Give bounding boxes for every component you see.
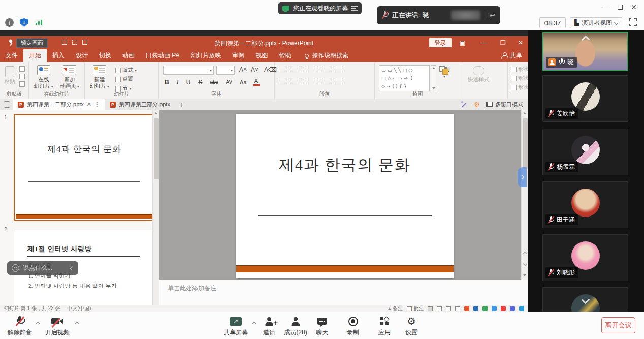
audio-options-chevron[interactable] (36, 322, 40, 326)
font-name-input[interactable]: ▾ (163, 66, 214, 75)
reading-view-icon[interactable] (446, 306, 451, 311)
quick-styles-button[interactable]: 快速样式 (465, 66, 492, 83)
tell-me-search[interactable]: 操作说明搜索 (305, 49, 348, 62)
online-slides-button[interactable]: 在线 幻灯片 ▾ (33, 65, 54, 89)
taskbar-icon[interactable] (492, 306, 497, 311)
reset-button[interactable]: 重置 (115, 76, 133, 83)
bold-button[interactable]: B (163, 79, 171, 86)
chat-placeholder[interactable]: 说点什么... (23, 264, 63, 272)
sign-in-button[interactable]: 登录 (429, 38, 452, 47)
increase-indent-icon[interactable] (313, 67, 319, 72)
participant-tile[interactable]: 田子涵 (542, 181, 628, 228)
slideshow-view-icon[interactable] (455, 306, 460, 311)
decrease-font-icon[interactable]: A˅ (249, 66, 260, 73)
close-button[interactable]: ✕ (631, 3, 637, 11)
layout-button[interactable]: 版式▾ (115, 67, 137, 74)
taskbar-icon[interactable] (464, 306, 469, 311)
doc-tab-more-icon[interactable]: ⋮ (94, 101, 100, 108)
underline-button[interactable]: U (185, 79, 192, 86)
collapse-tiles-icon[interactable] (581, 36, 590, 44)
start-video-button[interactable]: 开启视频 (42, 316, 73, 337)
tab-slideshow[interactable]: 幻灯片放映 (185, 49, 227, 62)
paste-button[interactable]: 粘贴 (2, 66, 17, 85)
thumbnail-scrollbar[interactable] (152, 110, 159, 305)
notes-toggle-button[interactable]: 备注 (388, 305, 403, 312)
editor-scrollbar[interactable] (521, 110, 528, 280)
settings-button[interactable]: ⚙ 设置 (398, 316, 425, 337)
watching-screen-banner[interactable]: 您正在观看晓的屏幕 (278, 2, 362, 14)
doc-tab-2[interactable]: P 第四课第三部分.pptx (105, 99, 175, 110)
bullets-icon[interactable] (280, 67, 286, 72)
network-signal-icon[interactable] (35, 19, 43, 26)
line-spacing-icon[interactable] (325, 67, 331, 72)
tab-review[interactable]: 审阅 (227, 49, 250, 62)
ppt-minimize-button[interactable]: — (481, 39, 488, 46)
magic-wand-icon[interactable] (461, 101, 468, 108)
ppt-restore-button[interactable]: ❐ (500, 39, 506, 46)
share-screen-button[interactable]: ↗ 共享屏幕 (221, 316, 250, 337)
tab-design[interactable]: 设计 (70, 49, 93, 62)
smartart-convert-icon[interactable] (336, 79, 342, 84)
record-button[interactable]: 录制 (339, 316, 367, 337)
character-spacing-button[interactable]: AV (224, 79, 234, 85)
ribbon-display-options-icon[interactable]: ▣ (460, 39, 465, 46)
share-options-chevron[interactable] (252, 322, 256, 326)
scroll-down-icon[interactable] (523, 274, 526, 276)
tab-home[interactable]: 开始 (23, 49, 47, 62)
next-slide-icon[interactable] (523, 262, 527, 266)
fullscreen-button[interactable] (629, 18, 637, 26)
change-case-button[interactable]: Aa (238, 79, 248, 85)
multi-window-mode-button[interactable]: 多窗口模式 (486, 101, 523, 108)
video-options-chevron[interactable] (75, 322, 79, 326)
chat-button[interactable]: 聊天 (310, 316, 334, 337)
ppt-share-button[interactable]: 共享 (501, 49, 522, 62)
doc-tab-close-icon[interactable]: ✕ (87, 101, 91, 108)
scroll-up-icon[interactable] (523, 112, 526, 114)
apps-button[interactable]: 应用 (371, 316, 398, 337)
previous-slide-icon[interactable] (523, 252, 527, 256)
participant-tile[interactable]: 杨孟霖 (542, 129, 628, 175)
security-shield-icon[interactable]: + (20, 18, 28, 27)
tab-pocket-animation[interactable]: 口袋动画 PA (140, 49, 185, 62)
info-icon[interactable]: i (5, 18, 14, 27)
participant-tile-partial[interactable] (542, 287, 628, 312)
new-animation-page-button[interactable]: 新加 动画页 ▾ (58, 65, 81, 89)
italic-button[interactable]: I (175, 78, 180, 86)
tab-transitions[interactable]: 切换 (93, 49, 117, 62)
doc-tabs-home-icon[interactable] (0, 99, 13, 110)
cut-icon[interactable] (19, 66, 25, 72)
current-slide-canvas[interactable]: 제4과 한국의 문화 (236, 114, 454, 278)
align-left-icon[interactable] (280, 79, 286, 84)
copy-icon[interactable] (19, 74, 25, 79)
view-mode-selector[interactable]: ▙ 演讲者视图 (570, 17, 622, 28)
new-doc-tab-button[interactable]: + (175, 99, 188, 110)
numbering-icon[interactable] (291, 67, 297, 72)
chat-quick-input[interactable]: 说点什么... (7, 261, 78, 275)
settings-gear-icon[interactable]: ⚙ (474, 101, 480, 108)
taskbar-icon[interactable] (473, 306, 478, 311)
emoji-icon[interactable] (12, 264, 19, 272)
editor-scrollbar-thumb[interactable] (523, 118, 528, 169)
font-size-input[interactable]: ▾ (216, 66, 235, 75)
shapes-gallery-scrollbar[interactable] (431, 65, 436, 91)
undo-icon[interactable] (72, 40, 77, 45)
leave-meeting-button[interactable]: 离开会议 (601, 317, 635, 333)
banner-menu-icon[interactable] (351, 6, 358, 11)
comments-toggle-button[interactable]: 批注 (407, 305, 424, 312)
shapes-gallery[interactable]: ▭▭╲╲□○▢△⌐¬⇨⇩◇~(){} (379, 65, 430, 91)
format-painter-icon[interactable] (19, 81, 25, 87)
members-button[interactable]: 成员(28) (280, 316, 311, 337)
participant-tile[interactable]: 姜欣怡 (542, 75, 628, 122)
normal-view-icon[interactable] (428, 306, 433, 311)
taskbar-icon[interactable] (482, 306, 488, 311)
align-center-icon[interactable] (291, 79, 297, 84)
columns-icon[interactable] (325, 79, 331, 84)
panel-expand-toggle[interactable] (518, 167, 527, 187)
doc-tab-1[interactable]: P 第四课第一二部分.pptx ✕ ⋮ (13, 99, 105, 110)
decrease-indent-icon[interactable] (302, 67, 308, 72)
align-right-icon[interactable] (302, 79, 308, 84)
reply-arrow-icon[interactable]: ↩ (489, 11, 495, 19)
slide-thumbnail-1[interactable]: 제4과 한국의 문화 (14, 114, 155, 221)
justify-icon[interactable] (313, 79, 319, 84)
scroll-up-icon[interactable] (154, 112, 157, 114)
